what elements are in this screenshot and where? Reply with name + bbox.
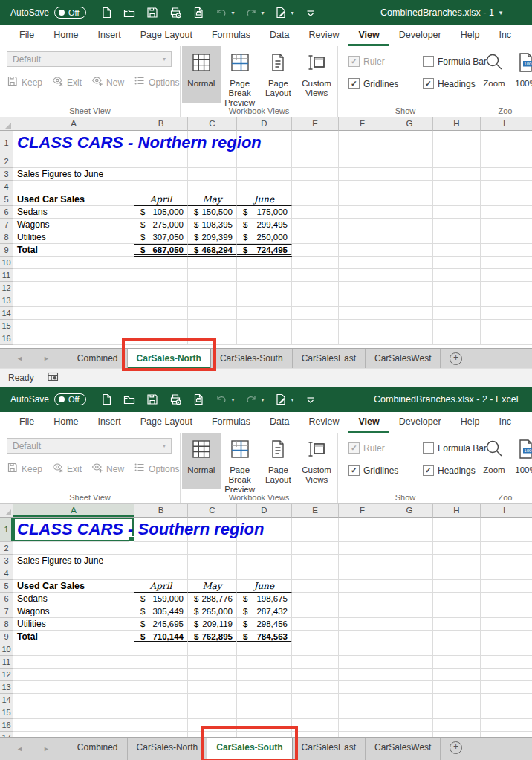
cell[interactable] (188, 332, 237, 345)
cell[interactable] (481, 269, 528, 282)
cell[interactable] (481, 294, 528, 307)
cell[interactable] (292, 269, 339, 282)
cell[interactable]: Wagons (13, 605, 134, 618)
cell[interactable]: CLASS CARS - Northern region (13, 131, 134, 155)
cell[interactable] (188, 320, 237, 332)
cell[interactable] (13, 732, 134, 737)
cell[interactable] (433, 155, 481, 168)
cell[interactable] (386, 719, 433, 732)
cell[interactable] (188, 567, 237, 580)
cell[interactable] (188, 706, 237, 719)
cell[interactable] (339, 631, 386, 643)
ribbon-tab-file[interactable]: File (10, 412, 44, 433)
cell[interactable]: $784,563 (237, 631, 292, 643)
column-header-g[interactable]: G (386, 117, 433, 131)
cell[interactable] (188, 542, 237, 555)
row-header-16[interactable]: 16 (0, 719, 13, 732)
cell[interactable] (13, 681, 134, 694)
ribbon-tab-home[interactable]: Home (44, 25, 88, 46)
cell[interactable] (339, 244, 386, 257)
cell[interactable] (433, 168, 481, 181)
cell[interactable] (134, 555, 188, 567)
cell[interactable] (386, 694, 433, 706)
cell[interactable] (433, 294, 481, 307)
cell[interactable] (481, 193, 528, 206)
sheet-tab-carsales-south[interactable]: CarSales-South (207, 738, 292, 760)
cell[interactable] (13, 656, 134, 669)
cell[interactable] (339, 193, 386, 206)
cell[interactable] (433, 555, 481, 567)
ribbon-tab-view[interactable]: View (348, 412, 389, 433)
cell[interactable] (481, 219, 528, 231)
ribbon-tab-view[interactable]: View (348, 25, 389, 46)
cell[interactable] (13, 332, 134, 345)
cell[interactable] (433, 307, 481, 320)
cell[interactable]: Utilities (13, 618, 134, 631)
cell[interactable] (386, 181, 433, 193)
cell[interactable] (481, 206, 528, 219)
cell[interactable] (339, 231, 386, 244)
print-preview-icon[interactable] (192, 6, 205, 19)
cell[interactable] (339, 681, 386, 694)
cell[interactable] (13, 719, 134, 732)
ribbon-tab-developer[interactable]: Developer (389, 412, 451, 433)
cell[interactable] (339, 580, 386, 593)
cell[interactable] (339, 694, 386, 706)
cell[interactable] (433, 193, 481, 206)
cell[interactable] (339, 719, 386, 732)
cell[interactable] (134, 643, 188, 656)
cell[interactable] (134, 719, 188, 732)
keep-sheet-view-button[interactable]: Keep (7, 75, 42, 89)
cell[interactable] (237, 320, 292, 332)
cell[interactable] (237, 282, 292, 294)
cell[interactable] (481, 555, 528, 567)
cell[interactable] (433, 719, 481, 732)
cell[interactable] (386, 155, 433, 168)
cell[interactable] (386, 631, 433, 643)
cell[interactable] (13, 643, 134, 656)
row-header-2[interactable]: 2 (0, 155, 13, 168)
cell[interactable] (292, 206, 339, 219)
column-header-f[interactable]: F (339, 117, 386, 131)
cell[interactable] (237, 719, 292, 732)
cell[interactable]: $762,895 (188, 631, 237, 643)
next-sheet-arrow-icon[interactable]: ► (43, 355, 50, 362)
cell[interactable] (386, 269, 433, 282)
gridlines-checkbox[interactable]: ✓Gridlines (348, 465, 417, 476)
new-sheet-button[interactable]: + (443, 349, 468, 368)
cell[interactable] (386, 681, 433, 694)
column-header-b[interactable]: B (134, 504, 188, 518)
cell[interactable] (134, 732, 188, 737)
new-sheet-view-button[interactable]: New (91, 75, 124, 89)
customize-toolbar-icon[interactable] (304, 393, 317, 406)
cell[interactable] (386, 580, 433, 593)
cell[interactable] (188, 257, 237, 269)
cell[interactable] (481, 231, 528, 244)
row-header-5[interactable]: 5 (0, 193, 13, 206)
draw-icon[interactable] (274, 393, 288, 406)
cell[interactable] (292, 193, 339, 206)
cell[interactable] (13, 269, 134, 282)
cell[interactable]: $724,495 (237, 244, 292, 257)
ribbon-tab-inc[interactable]: Inc (489, 25, 521, 46)
cell[interactable] (386, 732, 433, 737)
cell[interactable] (433, 518, 481, 542)
sheet-view-dropdown[interactable]: Default ▾ (7, 51, 172, 67)
cell[interactable]: $687,050 (134, 244, 188, 257)
page-break-preview-button[interactable]: Page Break Preview (221, 433, 259, 489)
cell[interactable]: $307,050 (134, 231, 188, 244)
cell[interactable] (237, 332, 292, 345)
cell[interactable] (292, 656, 339, 669)
ribbon-tab-review[interactable]: Review (299, 412, 348, 433)
cell[interactable] (433, 605, 481, 618)
cell[interactable] (386, 193, 433, 206)
cell[interactable] (481, 542, 528, 555)
cell[interactable] (481, 282, 528, 294)
cell[interactable] (481, 593, 528, 605)
column-header-h[interactable]: H (433, 504, 481, 518)
column-header-h[interactable]: H (433, 117, 481, 131)
cell[interactable] (386, 244, 433, 257)
cell[interactable] (433, 681, 481, 694)
cell[interactable]: Utilities (13, 231, 134, 244)
cell[interactable]: $288,776 (188, 593, 237, 605)
